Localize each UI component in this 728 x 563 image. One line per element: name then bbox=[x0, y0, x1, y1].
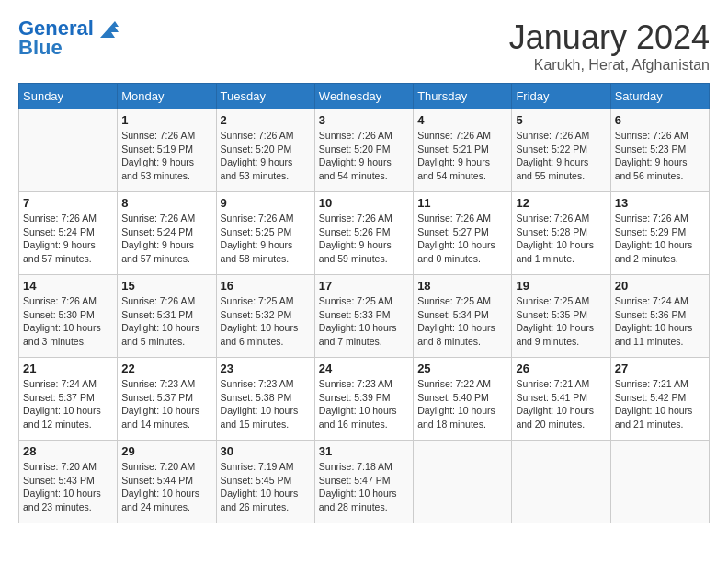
col-header-tuesday: Tuesday bbox=[216, 84, 314, 109]
day-number: 26 bbox=[516, 362, 606, 375]
day-number: 13 bbox=[615, 196, 705, 210]
day-info: Sunrise: 7:23 AMSunset: 5:37 PMDaylight:… bbox=[121, 377, 211, 431]
calendar-cell: 16Sunrise: 7:25 AMSunset: 5:32 PMDayligh… bbox=[216, 275, 314, 358]
day-number: 7 bbox=[23, 196, 113, 210]
col-header-friday: Friday bbox=[512, 84, 610, 109]
calendar-cell: 12Sunrise: 7:26 AMSunset: 5:28 PMDayligh… bbox=[512, 192, 610, 275]
day-number: 3 bbox=[319, 113, 409, 127]
day-info: Sunrise: 7:21 AMSunset: 5:41 PMDaylight:… bbox=[516, 377, 606, 431]
calendar-cell: 31Sunrise: 7:18 AMSunset: 5:47 PMDayligh… bbox=[314, 441, 413, 523]
day-info: Sunrise: 7:25 AMSunset: 5:34 PMDaylight:… bbox=[417, 294, 507, 349]
calendar-cell: 4Sunrise: 7:26 AMSunset: 5:21 PMDaylight… bbox=[414, 109, 512, 192]
calendar-cell bbox=[610, 441, 709, 523]
svg-marker-0 bbox=[100, 21, 119, 38]
calendar-cell bbox=[19, 109, 118, 192]
calendar-cell: 5Sunrise: 7:26 AMSunset: 5:22 PMDaylight… bbox=[512, 109, 610, 192]
day-number: 8 bbox=[121, 196, 211, 210]
calendar-cell: 9Sunrise: 7:26 AMSunset: 5:25 PMDaylight… bbox=[216, 192, 314, 275]
col-header-thursday: Thursday bbox=[414, 84, 512, 109]
day-info: Sunrise: 7:22 AMSunset: 5:40 PMDaylight:… bbox=[417, 377, 507, 431]
day-number: 15 bbox=[121, 279, 211, 293]
day-info: Sunrise: 7:26 AMSunset: 5:21 PMDaylight:… bbox=[417, 129, 507, 183]
calendar-cell: 15Sunrise: 7:26 AMSunset: 5:31 PMDayligh… bbox=[118, 275, 216, 358]
day-number: 18 bbox=[417, 279, 507, 293]
day-info: Sunrise: 7:21 AMSunset: 5:42 PMDaylight:… bbox=[615, 377, 705, 431]
day-number: 21 bbox=[23, 362, 113, 375]
day-number: 28 bbox=[23, 444, 113, 458]
day-number: 6 bbox=[615, 113, 705, 127]
day-number: 9 bbox=[221, 196, 311, 210]
day-info: Sunrise: 7:18 AMSunset: 5:47 PMDaylight:… bbox=[319, 460, 409, 514]
day-number: 11 bbox=[417, 196, 507, 210]
calendar-cell: 6Sunrise: 7:26 AMSunset: 5:23 PMDaylight… bbox=[610, 109, 709, 192]
day-info: Sunrise: 7:26 AMSunset: 5:24 PMDaylight:… bbox=[121, 212, 211, 266]
day-info: Sunrise: 7:26 AMSunset: 5:20 PMDaylight:… bbox=[319, 129, 409, 183]
col-header-sunday: Sunday bbox=[19, 84, 118, 109]
calendar-week-5: 28Sunrise: 7:20 AMSunset: 5:43 PMDayligh… bbox=[19, 441, 710, 523]
calendar-cell: 3Sunrise: 7:26 AMSunset: 5:20 PMDaylight… bbox=[314, 109, 413, 192]
day-number: 14 bbox=[23, 279, 113, 293]
day-info: Sunrise: 7:26 AMSunset: 5:29 PMDaylight:… bbox=[615, 212, 705, 266]
day-info: Sunrise: 7:23 AMSunset: 5:39 PMDaylight:… bbox=[319, 377, 409, 431]
day-info: Sunrise: 7:26 AMSunset: 5:22 PMDaylight:… bbox=[516, 129, 606, 183]
day-number: 23 bbox=[221, 362, 311, 375]
col-header-saturday: Saturday bbox=[610, 84, 709, 109]
calendar-header: SundayMondayTuesdayWednesdayThursdayFrid… bbox=[19, 84, 710, 109]
calendar-cell: 21Sunrise: 7:24 AMSunset: 5:37 PMDayligh… bbox=[19, 358, 118, 441]
day-info: Sunrise: 7:25 AMSunset: 5:32 PMDaylight:… bbox=[221, 294, 311, 349]
calendar-cell: 20Sunrise: 7:24 AMSunset: 5:36 PMDayligh… bbox=[610, 275, 709, 358]
day-number: 30 bbox=[221, 444, 311, 458]
calendar-cell: 23Sunrise: 7:23 AMSunset: 5:38 PMDayligh… bbox=[216, 358, 314, 441]
day-number: 24 bbox=[319, 362, 409, 375]
logo-icon bbox=[95, 19, 120, 40]
day-number: 25 bbox=[417, 362, 507, 375]
day-info: Sunrise: 7:24 AMSunset: 5:36 PMDaylight:… bbox=[615, 294, 705, 349]
month-title: January 2024 bbox=[509, 18, 710, 57]
logo-subtext: Blue bbox=[18, 38, 120, 58]
day-number: 4 bbox=[417, 113, 507, 127]
calendar-week-4: 21Sunrise: 7:24 AMSunset: 5:37 PMDayligh… bbox=[19, 358, 710, 441]
day-number: 22 bbox=[121, 362, 211, 375]
day-number: 20 bbox=[615, 279, 705, 293]
calendar-cell: 22Sunrise: 7:23 AMSunset: 5:37 PMDayligh… bbox=[118, 358, 216, 441]
day-info: Sunrise: 7:25 AMSunset: 5:33 PMDaylight:… bbox=[319, 294, 409, 349]
col-header-wednesday: Wednesday bbox=[314, 84, 413, 109]
day-number: 29 bbox=[121, 444, 211, 458]
calendar-cell: 30Sunrise: 7:19 AMSunset: 5:45 PMDayligh… bbox=[216, 441, 314, 523]
day-info: Sunrise: 7:26 AMSunset: 5:23 PMDaylight:… bbox=[615, 129, 705, 183]
col-header-monday: Monday bbox=[118, 84, 216, 109]
day-info: Sunrise: 7:26 AMSunset: 5:31 PMDaylight:… bbox=[121, 294, 211, 349]
calendar-week-2: 7Sunrise: 7:26 AMSunset: 5:24 PMDaylight… bbox=[19, 192, 710, 275]
day-number: 31 bbox=[319, 444, 409, 458]
day-number: 2 bbox=[221, 113, 311, 127]
day-info: Sunrise: 7:26 AMSunset: 5:24 PMDaylight:… bbox=[23, 212, 113, 266]
calendar-cell: 14Sunrise: 7:26 AMSunset: 5:30 PMDayligh… bbox=[19, 275, 118, 358]
location: Karukh, Herat, Afghanistan bbox=[509, 57, 710, 74]
day-number: 5 bbox=[516, 113, 606, 127]
day-info: Sunrise: 7:20 AMSunset: 5:43 PMDaylight:… bbox=[23, 460, 113, 514]
day-info: Sunrise: 7:23 AMSunset: 5:38 PMDaylight:… bbox=[221, 377, 311, 431]
day-info: Sunrise: 7:20 AMSunset: 5:44 PMDaylight:… bbox=[121, 460, 211, 514]
day-info: Sunrise: 7:26 AMSunset: 5:26 PMDaylight:… bbox=[319, 212, 409, 266]
calendar-cell: 25Sunrise: 7:22 AMSunset: 5:40 PMDayligh… bbox=[414, 358, 512, 441]
day-info: Sunrise: 7:19 AMSunset: 5:45 PMDaylight:… bbox=[221, 460, 311, 514]
day-info: Sunrise: 7:26 AMSunset: 5:20 PMDaylight:… bbox=[221, 129, 311, 183]
calendar-cell: 11Sunrise: 7:26 AMSunset: 5:27 PMDayligh… bbox=[414, 192, 512, 275]
logo: General Blue bbox=[18, 18, 120, 58]
day-number: 1 bbox=[121, 113, 211, 127]
calendar-cell: 17Sunrise: 7:25 AMSunset: 5:33 PMDayligh… bbox=[314, 275, 413, 358]
day-info: Sunrise: 7:26 AMSunset: 5:27 PMDaylight:… bbox=[417, 212, 507, 266]
day-number: 10 bbox=[319, 196, 409, 210]
page-header: General Blue January 2024 Karukh, Herat,… bbox=[18, 18, 710, 74]
calendar-cell: 8Sunrise: 7:26 AMSunset: 5:24 PMDaylight… bbox=[118, 192, 216, 275]
day-number: 16 bbox=[221, 279, 311, 293]
calendar-week-3: 14Sunrise: 7:26 AMSunset: 5:30 PMDayligh… bbox=[19, 275, 710, 358]
calendar-week-1: 1Sunrise: 7:26 AMSunset: 5:19 PMDaylight… bbox=[19, 109, 710, 192]
day-number: 17 bbox=[319, 279, 409, 293]
day-number: 12 bbox=[516, 196, 606, 210]
day-number: 19 bbox=[516, 279, 606, 293]
day-info: Sunrise: 7:25 AMSunset: 5:35 PMDaylight:… bbox=[516, 294, 606, 349]
calendar-cell: 26Sunrise: 7:21 AMSunset: 5:41 PMDayligh… bbox=[512, 358, 610, 441]
calendar-cell: 10Sunrise: 7:26 AMSunset: 5:26 PMDayligh… bbox=[314, 192, 413, 275]
calendar-cell: 7Sunrise: 7:26 AMSunset: 5:24 PMDaylight… bbox=[19, 192, 118, 275]
